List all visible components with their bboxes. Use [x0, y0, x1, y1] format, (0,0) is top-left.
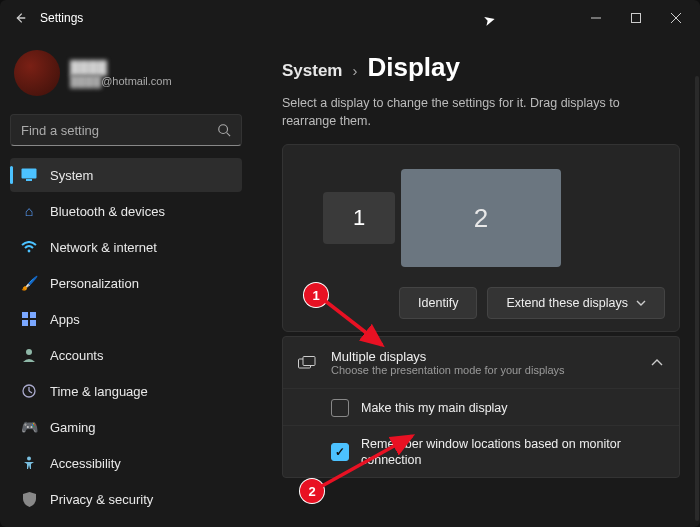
close-button[interactable]: [656, 2, 696, 34]
sidebar-item-accessibility[interactable]: Accessibility: [10, 446, 242, 480]
sidebar-item-time[interactable]: Time & language: [10, 374, 242, 408]
svg-rect-10: [30, 312, 36, 318]
breadcrumb-parent[interactable]: System: [282, 61, 342, 81]
card-title: Multiple displays: [331, 349, 637, 364]
page-title: Display: [367, 52, 460, 83]
multiple-displays-header[interactable]: Multiple displays Choose the presentatio…: [283, 337, 679, 388]
monitor-icon: [20, 166, 38, 184]
maximize-button[interactable]: [616, 2, 656, 34]
minimize-icon: [591, 13, 601, 23]
apps-icon: [20, 310, 38, 328]
svg-rect-7: [26, 179, 32, 181]
gamepad-icon: 🎮: [20, 418, 38, 436]
profile-email: ████@hotmail.com: [70, 75, 172, 87]
svg-point-4: [219, 125, 228, 134]
checkbox-make-main[interactable]: [331, 399, 349, 417]
close-icon: [671, 13, 681, 23]
search-input[interactable]: [21, 123, 217, 138]
svg-line-16: [29, 391, 32, 393]
sidebar-item-bluetooth[interactable]: ⌂ Bluetooth & devices: [10, 194, 242, 228]
bluetooth-icon: ⌂: [20, 202, 38, 220]
sidebar-item-system[interactable]: System: [10, 158, 242, 192]
sidebar-item-label: Accounts: [50, 348, 103, 363]
chevron-down-icon: [636, 300, 646, 306]
sidebar-item-apps[interactable]: Apps: [10, 302, 242, 336]
svg-point-17: [27, 457, 31, 461]
sidebar-item-label: Time & language: [50, 384, 148, 399]
checkbox-remember[interactable]: [331, 443, 349, 461]
sidebar-item-personalization[interactable]: 🖌️ Personalization: [10, 266, 242, 300]
accessibility-icon: [20, 454, 38, 472]
extend-dropdown[interactable]: Extend these displays: [487, 287, 665, 319]
sidebar-item-privacy[interactable]: Privacy & security: [10, 482, 242, 516]
sidebar-item-label: Gaming: [50, 420, 96, 435]
shield-icon: [20, 490, 38, 508]
svg-rect-9: [22, 312, 28, 318]
page-subtitle: Select a display to change the settings …: [282, 95, 662, 130]
main-content: System › Display Select a display to cha…: [252, 36, 700, 527]
scrollbar[interactable]: [695, 76, 699, 521]
sidebar-item-accounts[interactable]: Accounts: [10, 338, 242, 372]
monitor-layout[interactable]: 1 2: [297, 163, 665, 273]
sidebar-item-label: Bluetooth & devices: [50, 204, 165, 219]
sidebar: ████ ████@hotmail.com System ⌂ Bluetooth…: [0, 36, 252, 527]
option-label: Remember window locations based on monit…: [361, 436, 663, 469]
svg-point-13: [26, 349, 32, 355]
monitor-2[interactable]: 2: [401, 169, 561, 267]
svg-rect-11: [22, 320, 28, 326]
person-icon: [20, 346, 38, 364]
display-arrangement-box: 1 2 Identify Extend these displays: [282, 144, 680, 332]
settings-window: Settings ████ ████@hotmail.com System: [0, 0, 700, 527]
breadcrumb: System › Display: [282, 52, 680, 83]
svg-rect-19: [303, 356, 315, 365]
displays-icon: [297, 356, 317, 370]
sidebar-item-label: Accessibility: [50, 456, 121, 471]
svg-rect-1: [632, 14, 641, 23]
option-make-main[interactable]: Make this my main display: [283, 388, 679, 425]
avatar: [14, 50, 60, 96]
svg-rect-6: [22, 169, 37, 179]
profile-block[interactable]: ████ ████@hotmail.com: [10, 44, 242, 108]
window-title: Settings: [40, 11, 83, 25]
wifi-icon: [20, 238, 38, 256]
maximize-icon: [631, 13, 641, 23]
svg-rect-12: [30, 320, 36, 326]
back-button[interactable]: [4, 2, 36, 34]
sidebar-item-label: System: [50, 168, 93, 183]
identify-button[interactable]: Identify: [399, 287, 477, 319]
svg-line-5: [227, 133, 231, 137]
chevron-right-icon: ›: [352, 62, 357, 79]
chevron-up-icon: [651, 359, 663, 367]
sidebar-item-label: Privacy & security: [50, 492, 153, 507]
titlebar: Settings: [0, 0, 700, 36]
paintbrush-icon: 🖌️: [20, 274, 38, 292]
profile-name: ████: [70, 60, 172, 75]
sidebar-item-label: Apps: [50, 312, 80, 327]
minimize-button[interactable]: [576, 2, 616, 34]
option-remember-locations[interactable]: Remember window locations based on monit…: [283, 425, 679, 477]
arrow-left-icon: [13, 11, 27, 25]
sidebar-item-network[interactable]: Network & internet: [10, 230, 242, 264]
sidebar-item-label: Personalization: [50, 276, 139, 291]
multiple-displays-card: Multiple displays Choose the presentatio…: [282, 336, 680, 478]
clock-icon: [20, 382, 38, 400]
svg-point-8: [28, 250, 31, 253]
sidebar-item-label: Network & internet: [50, 240, 157, 255]
monitor-1[interactable]: 1: [323, 192, 395, 244]
card-subtitle: Choose the presentation mode for your di…: [331, 364, 637, 376]
search-icon: [217, 123, 231, 137]
search-box[interactable]: [10, 114, 242, 146]
option-label: Make this my main display: [361, 400, 508, 416]
sidebar-item-gaming[interactable]: 🎮 Gaming: [10, 410, 242, 444]
